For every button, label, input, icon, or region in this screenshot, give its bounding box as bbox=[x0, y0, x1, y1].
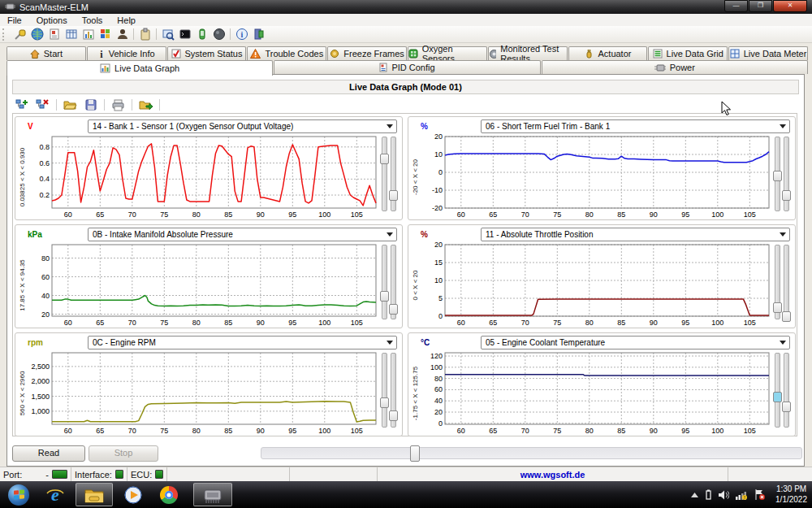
scale-slider[interactable] bbox=[382, 245, 387, 319]
menu-tools[interactable]: Tools bbox=[75, 15, 110, 25]
pid-select[interactable]: 06 - Short Term Fuel Trim - Bank 1 bbox=[481, 119, 790, 133]
pid-select[interactable]: 14 - Bank 1 - Sensor 1 (Oxygen Sensor Ou… bbox=[88, 119, 397, 133]
chart-throttle-position: % 11 - Absolute Throttle Position 0 < X … bbox=[408, 224, 796, 328]
menu-help[interactable]: Help bbox=[110, 15, 143, 25]
start-orb[interactable] bbox=[6, 483, 31, 506]
web-icon[interactable] bbox=[28, 27, 45, 41]
power-chip-icon bbox=[654, 63, 666, 72]
svg-text:90: 90 bbox=[650, 427, 658, 435]
scale-slider[interactable] bbox=[784, 137, 789, 211]
tab-live-data-graph[interactable]: Live Data Graph bbox=[6, 60, 273, 76]
tab-trouble-codes[interactable]: Trouble Codes bbox=[247, 46, 326, 60]
open-icon[interactable] bbox=[62, 98, 79, 112]
tab-vehicle-info[interactable]: iVehicle Info bbox=[87, 46, 166, 60]
print-icon[interactable] bbox=[110, 98, 127, 112]
tab-system-status[interactable]: System Status bbox=[167, 46, 247, 60]
svg-text:85: 85 bbox=[224, 427, 232, 435]
taskbar-explorer-icon[interactable] bbox=[76, 483, 113, 506]
search-window-icon[interactable] bbox=[159, 27, 176, 41]
svg-text:75: 75 bbox=[553, 211, 561, 219]
add-graph-icon[interactable] bbox=[14, 98, 31, 112]
info-icon[interactable]: i bbox=[233, 27, 250, 41]
chevron-down-icon bbox=[387, 124, 393, 128]
tab-freeze-frames[interactable]: Freeze Frames bbox=[327, 46, 407, 60]
pid-select[interactable]: 0C - Engine RPM bbox=[88, 336, 397, 350]
toolbar-separator bbox=[156, 28, 157, 40]
tab-start[interactable]: Start bbox=[6, 46, 86, 60]
pid-select[interactable]: 11 - Absolute Throttle Position bbox=[481, 228, 790, 241]
action-center-flag-icon[interactable] bbox=[754, 489, 765, 500]
scale-slider[interactable] bbox=[391, 137, 396, 211]
minimize-button[interactable]: — bbox=[724, 0, 748, 12]
user-icon[interactable] bbox=[114, 27, 131, 41]
start-home-icon bbox=[30, 50, 40, 59]
tab-monitored-test-results[interactable]: Monitored Test Results bbox=[488, 46, 568, 60]
time-scroll-thumb[interactable] bbox=[410, 445, 420, 462]
close-button[interactable]: ✕ bbox=[773, 0, 807, 12]
scale-slider[interactable] bbox=[775, 137, 780, 211]
tab-live-data-grid[interactable]: Live Data Grid bbox=[648, 46, 728, 60]
svg-text:-10: -10 bbox=[432, 186, 443, 194]
svg-text:85: 85 bbox=[617, 319, 625, 327]
freeze-frames-icon bbox=[330, 49, 339, 59]
bar-chart-icon[interactable] bbox=[80, 27, 97, 41]
clipboard-icon[interactable] bbox=[136, 27, 153, 41]
tab-live-data-meter[interactable]: Live Data Meter bbox=[728, 46, 808, 60]
svg-text:0.6: 0.6 bbox=[39, 159, 50, 167]
maximize-button[interactable]: ❐ bbox=[749, 0, 772, 12]
svg-text:100: 100 bbox=[430, 363, 443, 371]
taskbar-scanmaster-icon[interactable] bbox=[193, 483, 232, 506]
battery-icon[interactable] bbox=[705, 489, 712, 500]
scale-slider[interactable] bbox=[382, 353, 387, 428]
taskbar-media-player-icon[interactable] bbox=[120, 483, 146, 506]
data-grid-icon[interactable] bbox=[63, 27, 80, 41]
tab-pid-config[interactable]: PID Config bbox=[274, 60, 540, 74]
svg-text:75: 75 bbox=[160, 427, 168, 435]
tab-power[interactable]: Power bbox=[542, 60, 808, 74]
taskbar-clock[interactable]: 1:30 PM 1/1/2022 bbox=[775, 484, 807, 505]
scale-slider[interactable] bbox=[391, 245, 396, 319]
tray-expand-icon[interactable] bbox=[691, 493, 698, 497]
volume-icon[interactable] bbox=[719, 490, 729, 500]
tab-actuator[interactable]: Actuator bbox=[568, 46, 648, 60]
terminal-icon[interactable] bbox=[176, 27, 193, 41]
read-button[interactable]: Read bbox=[12, 445, 85, 462]
stop-button[interactable]: Stop bbox=[89, 445, 158, 462]
taskbar-ie-icon[interactable]: e bbox=[42, 483, 68, 506]
windows-icon[interactable] bbox=[97, 27, 114, 41]
status-spacer bbox=[728, 467, 812, 481]
export-icon[interactable] bbox=[137, 98, 154, 112]
scale-slider[interactable] bbox=[382, 137, 387, 211]
connect-icon[interactable] bbox=[11, 27, 28, 41]
interface-status: Interface: bbox=[71, 467, 127, 481]
device-icon[interactable] bbox=[193, 27, 210, 41]
scale-slider[interactable] bbox=[784, 245, 789, 319]
toolbar-grip bbox=[2, 28, 8, 41]
tab-oxygen-sensors[interactable]: Oxygen Sensors bbox=[408, 46, 487, 60]
gear-icon bbox=[489, 49, 496, 59]
report-icon[interactable] bbox=[45, 27, 63, 41]
network-icon[interactable]: ! bbox=[736, 490, 748, 500]
svg-text:95: 95 bbox=[288, 427, 296, 435]
svg-text:65: 65 bbox=[489, 211, 497, 219]
website-link[interactable]: www.wgsoft.de bbox=[381, 470, 724, 480]
remove-graph-icon[interactable] bbox=[34, 98, 51, 112]
menu-options[interactable]: Options bbox=[29, 15, 75, 25]
ball-icon[interactable] bbox=[210, 27, 227, 41]
pid-select[interactable]: 0B - Intake Manifold Absolute Pressure bbox=[88, 228, 397, 241]
chart-coolant-temperature: °C 05 - Engine Coolant Temperature -1.75… bbox=[408, 332, 796, 436]
svg-text:60: 60 bbox=[457, 427, 465, 435]
chevron-down-icon bbox=[780, 341, 786, 345]
taskbar-chrome-icon[interactable] bbox=[156, 483, 182, 506]
actuator-icon bbox=[584, 49, 594, 59]
scale-slider[interactable] bbox=[775, 353, 780, 428]
exit-icon[interactable] bbox=[250, 27, 267, 41]
scale-slider[interactable] bbox=[784, 353, 789, 428]
time-scroll-slider[interactable] bbox=[261, 447, 802, 459]
pid-select[interactable]: 05 - Engine Coolant Temperature bbox=[481, 336, 790, 350]
save-icon[interactable] bbox=[82, 98, 99, 112]
svg-text:75: 75 bbox=[553, 427, 561, 435]
menu-file[interactable]: File bbox=[0, 15, 29, 25]
scale-slider[interactable] bbox=[391, 353, 396, 428]
scale-slider[interactable] bbox=[775, 245, 780, 319]
